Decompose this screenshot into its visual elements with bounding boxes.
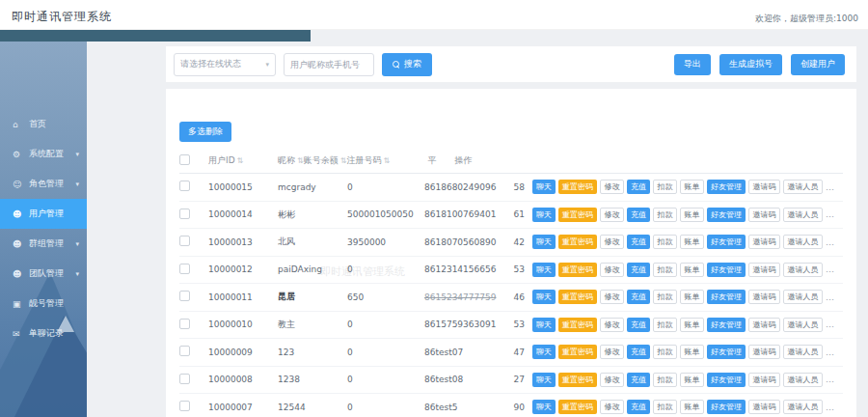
chat-button[interactable]: 聊天 [532,373,556,387]
recharge-button[interactable]: 充值 [627,373,650,387]
bill-button[interactable]: 账单 [680,345,704,359]
sort-icon[interactable]: ⇅ [297,156,304,165]
reset-password-button[interactable]: 重置密码 [558,345,597,359]
more-actions-button[interactable]: … [826,237,834,247]
bill-button[interactable]: 账单 [680,235,704,249]
bill-button[interactable]: 账单 [680,180,704,194]
edit-button[interactable]: 修改 [600,235,624,249]
edit-button[interactable]: 修改 [600,345,624,359]
reset-password-button[interactable]: 重置密码 [558,235,597,249]
invite-code-button[interactable]: 邀请码 [748,373,780,387]
row-checkbox[interactable] [179,401,190,411]
invite-people-button[interactable]: 邀请人员 [783,180,823,194]
bill-button[interactable]: 账单 [680,373,704,387]
select-all-checkbox[interactable] [179,154,190,165]
friend-manage-button[interactable]: 好友管理 [707,373,746,387]
sidebar-item-home[interactable]: ⌂首页 [0,109,87,139]
recharge-button[interactable]: 充值 [627,290,650,304]
bill-button[interactable]: 账单 [680,263,704,277]
reset-password-button[interactable]: 重置密码 [558,290,597,304]
friend-manage-button[interactable]: 好友管理 [707,400,746,414]
invite-code-button[interactable]: 邀请码 [748,208,780,222]
chat-button[interactable]: 聊天 [532,263,556,277]
chat-button[interactable]: 聊天 [532,345,556,359]
invite-people-button[interactable]: 邀请人员 [783,263,823,277]
generate-virtual-number-button[interactable]: 生成虚拟号 [719,54,782,75]
edit-button[interactable]: 修改 [600,290,624,304]
sidebar-item-user-manage[interactable]: ☻用户管理 [0,199,87,229]
invite-code-button[interactable]: 邀请码 [748,318,780,332]
recharge-button[interactable]: 充值 [627,345,650,359]
friend-manage-button[interactable]: 好友管理 [707,318,746,332]
deduct-button[interactable]: 扣款 [653,400,677,414]
deduct-button[interactable]: 扣款 [653,180,677,194]
sidebar-item-role-manage[interactable]: ☺角色管理▾ [0,169,87,199]
recharge-button[interactable]: 充值 [627,400,650,414]
bill-button[interactable]: 账单 [680,400,704,414]
friend-manage-button[interactable]: 好友管理 [707,180,746,194]
invite-code-button[interactable]: 邀请码 [748,400,780,414]
invite-people-button[interactable]: 邀请人员 [783,318,823,332]
row-checkbox[interactable] [179,374,190,384]
deduct-button[interactable]: 扣款 [653,263,677,277]
more-actions-button[interactable]: … [826,320,834,329]
recharge-button[interactable]: 充值 [627,180,650,194]
column-header-balance[interactable]: 账号余额⇅ [304,154,347,167]
invite-code-button[interactable]: 邀请码 [748,235,780,249]
deduct-button[interactable]: 扣款 [653,208,677,222]
invite-code-button[interactable]: 邀请码 [748,290,780,304]
friend-manage-button[interactable]: 好友管理 [707,263,746,277]
friend-manage-button[interactable]: 好友管理 [707,290,746,304]
keyword-input[interactable] [284,53,374,76]
edit-button[interactable]: 修改 [600,373,624,387]
friend-manage-button[interactable]: 好友管理 [707,345,746,359]
chat-button[interactable]: 聊天 [532,208,556,222]
create-user-button[interactable]: 创建用户 [791,54,845,75]
column-header-id[interactable]: 用户ID⇅ [208,154,278,167]
more-actions-button[interactable]: … [826,292,834,302]
deduct-button[interactable]: 扣款 [653,345,677,359]
invite-people-button[interactable]: 邀请人员 [783,208,823,222]
sidebar-item-system-config[interactable]: ⚙系统配置▾ [0,139,87,169]
invite-people-button[interactable]: 邀请人员 [783,400,823,414]
recharge-button[interactable]: 充值 [627,263,650,277]
sidebar-item-team-manage[interactable]: ☻团队管理▾ [0,259,87,289]
bill-button[interactable]: 账单 [680,290,704,304]
search-button[interactable]: 搜索 [382,53,432,76]
more-actions-button[interactable]: … [826,348,834,357]
edit-button[interactable]: 修改 [600,180,624,194]
invite-people-button[interactable]: 邀请人员 [783,235,823,249]
row-checkbox[interactable] [179,346,190,356]
row-checkbox[interactable] [179,291,190,301]
more-actions-button[interactable]: … [826,182,834,192]
reset-password-button[interactable]: 重置密码 [558,208,597,222]
row-checkbox[interactable] [179,264,190,274]
recharge-button[interactable]: 充值 [627,318,650,332]
more-actions-button[interactable]: … [826,403,834,412]
invite-code-button[interactable]: 邀请码 [748,180,780,194]
invite-code-button[interactable]: 邀请码 [748,345,780,359]
invite-people-button[interactable]: 邀请人员 [783,373,823,387]
bill-button[interactable]: 账单 [680,318,704,332]
sidebar-item-number-manage[interactable]: ▣靓号管理 [0,289,87,319]
invite-code-button[interactable]: 邀请码 [748,263,780,277]
edit-button[interactable]: 修改 [600,208,624,222]
deduct-button[interactable]: 扣款 [653,318,677,332]
row-checkbox[interactable] [179,208,190,219]
recharge-button[interactable]: 充值 [627,235,650,249]
invite-people-button[interactable]: 邀请人员 [783,290,823,304]
sidebar-item-group-manage[interactable]: ☻群组管理▾ [0,229,87,259]
edit-button[interactable]: 修改 [600,318,624,332]
more-actions-button[interactable]: … [826,264,834,274]
reset-password-button[interactable]: 重置密码 [558,400,597,414]
deduct-button[interactable]: 扣款 [653,373,677,387]
deduct-button[interactable]: 扣款 [653,290,677,304]
export-button[interactable]: 导出 [674,54,711,75]
sort-icon[interactable]: ⇅ [237,156,244,165]
row-checkbox[interactable] [179,236,190,246]
chat-button[interactable]: 聊天 [532,235,556,249]
sort-icon[interactable]: ⇅ [383,156,390,165]
more-actions-button[interactable]: … [826,375,834,384]
column-header-phone[interactable]: 注册号码⇅ [346,154,421,167]
row-checkbox[interactable] [179,181,190,191]
